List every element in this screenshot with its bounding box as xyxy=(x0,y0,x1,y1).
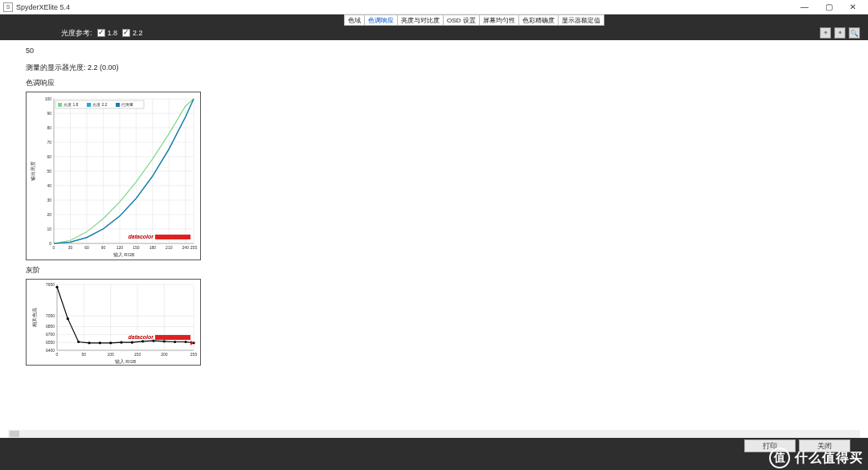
svg-point-90 xyxy=(131,341,133,344)
grayscale-chart: 050100150200255640065506700685070507650输… xyxy=(26,279,201,366)
watermark: 值 什么值得买 xyxy=(769,448,863,468)
svg-text:20: 20 xyxy=(47,212,51,217)
window-minimize-button[interactable]: — xyxy=(792,1,817,14)
svg-text:255: 255 xyxy=(190,352,198,357)
svg-point-86 xyxy=(88,341,90,344)
toolbar-icon-1[interactable]: ⌖ xyxy=(820,27,831,39)
svg-text:datacolor: datacolor xyxy=(128,234,154,239)
svg-text:70: 70 xyxy=(47,140,51,145)
gamma-label-1-8: 1.8 xyxy=(108,29,118,37)
svg-text:相关色温: 相关色温 xyxy=(31,308,37,327)
svg-text:60: 60 xyxy=(84,245,89,250)
svg-text:6850: 6850 xyxy=(46,324,55,329)
svg-text:100: 100 xyxy=(107,352,114,357)
svg-text:200: 200 xyxy=(161,352,168,357)
svg-text:0: 0 xyxy=(56,352,59,357)
svg-text:10: 10 xyxy=(47,227,51,231)
svg-text:30: 30 xyxy=(47,198,51,202)
svg-text:0: 0 xyxy=(53,245,55,250)
svg-point-93 xyxy=(163,340,166,342)
svg-text:光度 1.8: 光度 1.8 xyxy=(63,102,79,107)
gamma-reference-label: 光度参考: xyxy=(61,28,92,39)
svg-text:6700: 6700 xyxy=(46,332,55,337)
window-titlebar: S SpyderXElite 5.4 — ▢ ✕ xyxy=(0,0,868,14)
tone-response-title: 色调响应 xyxy=(26,78,842,88)
svg-text:90: 90 xyxy=(47,111,51,116)
gamma-checkbox-1-8[interactable] xyxy=(97,29,105,37)
svg-point-95 xyxy=(184,341,186,343)
svg-text:输入 RGB: 输入 RGB xyxy=(113,252,135,257)
window-close-button[interactable]: ✕ xyxy=(841,1,865,14)
svg-text:210: 210 xyxy=(166,245,173,250)
tab-3[interactable]: OSD 设置 xyxy=(444,14,480,26)
gamma-checkbox-2-2[interactable] xyxy=(122,29,130,37)
svg-text:输出亮度: 输出亮度 xyxy=(30,161,35,181)
svg-text:240: 240 xyxy=(182,245,190,250)
svg-text:6550: 6550 xyxy=(46,340,55,345)
svg-text:7050: 7050 xyxy=(46,313,55,318)
svg-rect-49 xyxy=(87,103,91,107)
tab-0[interactable]: 色域 xyxy=(344,14,365,26)
tab-4[interactable]: 屏幕均匀性 xyxy=(480,14,519,26)
svg-rect-53 xyxy=(155,235,190,239)
svg-text:50: 50 xyxy=(82,352,87,357)
horizontal-scrollbar[interactable] xyxy=(8,430,860,438)
svg-text:180: 180 xyxy=(149,245,157,250)
svg-text:90: 90 xyxy=(101,245,106,250)
svg-point-84 xyxy=(67,317,69,320)
svg-text:输入 RGB: 输入 RGB xyxy=(115,359,137,364)
svg-text:120: 120 xyxy=(117,245,124,250)
window-title: SpyderXElite 5.4 xyxy=(16,3,70,11)
svg-text:50: 50 xyxy=(47,169,51,174)
app-icon: S xyxy=(3,2,13,12)
svg-text:255: 255 xyxy=(190,245,198,250)
svg-point-87 xyxy=(99,341,101,344)
window-maximize-button[interactable]: ▢ xyxy=(817,1,841,14)
svg-rect-51 xyxy=(116,103,120,107)
svg-point-88 xyxy=(109,341,112,344)
svg-point-83 xyxy=(55,286,58,288)
svg-text:80: 80 xyxy=(47,125,51,130)
footer-bar: 打印 关闭 值 什么值得买 xyxy=(0,438,868,470)
tab-1[interactable]: 色调响应 xyxy=(365,14,398,26)
svg-text:150: 150 xyxy=(133,245,140,250)
svg-text:datacolor: datacolor xyxy=(128,334,154,340)
svg-text:60: 60 xyxy=(47,154,51,159)
gamma-label-2-2: 2.2 xyxy=(133,29,143,37)
content-area: 50 测量的显示器光度: 2.2 (0.00) 色调响应 03060901201… xyxy=(8,40,860,435)
svg-text:已测量: 已测量 xyxy=(121,102,133,107)
svg-text:100: 100 xyxy=(45,96,52,101)
svg-text:6400: 6400 xyxy=(46,348,55,353)
svg-point-92 xyxy=(152,340,154,342)
toolbar: 光度参考: 1.8 2.2 ⌖ ⌖ 🔍 xyxy=(0,26,868,40)
svg-text:150: 150 xyxy=(134,352,141,357)
svg-text:光度 2.2: 光度 2.2 xyxy=(92,102,108,107)
watermark-circle-icon: 值 xyxy=(769,448,790,468)
svg-point-94 xyxy=(174,341,176,343)
toolbar-icon-2[interactable]: ⌖ xyxy=(834,27,845,39)
tab-6[interactable]: 显示器额定值 xyxy=(559,14,604,26)
scrollbar-thumb[interactable] xyxy=(10,431,19,437)
tab-strip: 色域色调响应亮度与对比度OSD 设置屏幕均匀性色彩精确度显示器额定值 xyxy=(0,14,868,26)
tab-5[interactable]: 色彩精确度 xyxy=(519,14,559,26)
svg-point-89 xyxy=(120,341,122,344)
tab-2[interactable]: 亮度与对比度 xyxy=(398,14,444,26)
svg-text:30: 30 xyxy=(68,245,73,250)
svg-text:7650: 7650 xyxy=(46,282,55,287)
svg-text:0: 0 xyxy=(49,241,51,246)
zoom-icon[interactable]: 🔍 xyxy=(849,27,860,39)
watermark-text: 什么值得买 xyxy=(795,450,863,467)
svg-point-91 xyxy=(141,340,144,342)
svg-rect-47 xyxy=(58,103,62,107)
measured-gamma-line: 测量的显示器光度: 2.2 (0.00) xyxy=(26,63,842,73)
tone-response-chart: 0306090120150180210240255010203040506070… xyxy=(26,92,201,260)
top-value: 50 xyxy=(26,47,842,55)
svg-rect-97 xyxy=(155,335,190,340)
svg-text:40: 40 xyxy=(47,183,51,188)
svg-point-85 xyxy=(77,341,80,343)
grayscale-title: 灰阶 xyxy=(26,265,842,276)
